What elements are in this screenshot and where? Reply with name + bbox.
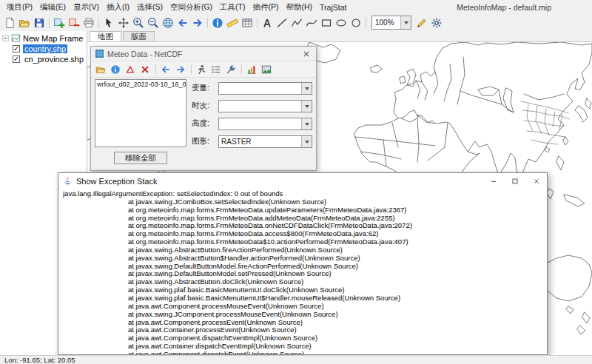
ellipse-icon[interactable] [334, 16, 349, 30]
edit-pencil-icon[interactable] [414, 16, 429, 30]
info-icon[interactable] [109, 63, 122, 76]
status-bar: Lon: -91.65; Lat: 20.05 [0, 355, 592, 364]
image-icon[interactable] [260, 63, 273, 76]
coordinate-readout: Lon: -91.65; Lat: 20.05 [4, 356, 75, 364]
curve-icon[interactable] [304, 16, 319, 30]
forward-icon[interactable] [174, 63, 187, 76]
measure-icon[interactable] [225, 16, 240, 30]
delete-icon[interactable] [138, 63, 152, 76]
zoom-in-icon[interactable] [131, 16, 146, 30]
chevron-down-icon [301, 136, 312, 147]
meteo-dialog-titlebar[interactable]: Meteo Data - NetCDF [91, 47, 316, 61]
menu-trajstat[interactable]: TrajStat [316, 0, 350, 14]
data-file-item[interactable]: wrfout_d02_2022-03-10_16_00_00 [95, 80, 186, 89]
toolbar-separator [189, 63, 193, 76]
menu-selection[interactable]: 选择(S) [133, 0, 166, 14]
zoom-level-combo[interactable]: 100% [371, 16, 411, 30]
exception-dialog-titlebar[interactable]: Show Exception Stack [58, 173, 547, 189]
stack-trace-line: at java.awt.Component.dispatchEvent(Unkn… [63, 351, 542, 354]
maximize-icon[interactable] [504, 173, 525, 189]
close-icon[interactable] [525, 173, 547, 189]
identify-icon[interactable] [210, 16, 225, 30]
full-extent-icon[interactable] [161, 16, 175, 30]
menu-insert[interactable]: 插入(I) [103, 0, 133, 14]
settings-icon[interactable] [429, 16, 444, 30]
menu-view[interactable]: 显示(V) [70, 0, 103, 14]
parameter-row: 变量: [192, 81, 312, 95]
stack-trace-list: java.lang.IllegalArgumentException: setS… [63, 190, 542, 354]
attribute-table-icon[interactable] [240, 16, 255, 30]
parameter-label: 变量: [192, 83, 218, 93]
save-icon[interactable] [32, 16, 47, 30]
stack-trace-panel[interactable]: java.lang.IllegalArgumentException: setS… [58, 189, 547, 354]
toolbar-separator [363, 16, 369, 30]
list-icon[interactable] [209, 63, 223, 76]
remove-layer-icon[interactable] [67, 16, 81, 30]
map-frame-label: New Map Frame [23, 34, 83, 43]
new-icon[interactable] [2, 16, 17, 30]
chart-icon[interactable] [245, 63, 258, 76]
layer-item-cn-province[interactable]: cn_province.shp [0, 54, 87, 64]
view-tabs: 地图 版面 [87, 31, 592, 41]
circle-icon[interactable] [349, 16, 363, 30]
line-icon[interactable] [275, 16, 289, 30]
open-icon[interactable] [17, 16, 32, 30]
toolbar-group-left [2, 16, 369, 30]
tab-map[interactable]: 地图 [90, 31, 121, 41]
prev-view-icon[interactable] [175, 16, 190, 30]
remove-all-button[interactable]: 移除全部 [114, 152, 167, 164]
zoom-level-value: 100% [372, 18, 400, 27]
menu-geoprocessing[interactable]: 空间分析(G) [166, 0, 216, 14]
menu-edit[interactable]: 编辑(E) [36, 0, 70, 14]
toolbar-separator [96, 16, 101, 30]
netcdf-icon [95, 49, 104, 58]
toolbar-group-right [414, 16, 444, 30]
window-title: MeteoInfoMap - default.mip [457, 0, 551, 14]
draw-icon[interactable] [124, 63, 137, 76]
rect-icon[interactable] [319, 16, 334, 30]
tools-icon[interactable] [224, 63, 238, 76]
label-icon[interactable] [260, 16, 275, 30]
menu-items: 项目(P) 编辑(E) 显示(V) 插入(I) 选择(S) 空间分析(G) 工具… [3, 0, 350, 14]
tab-layout[interactable]: 版面 [123, 31, 155, 41]
menu-help[interactable]: 帮助(H) [283, 0, 317, 14]
toolbar-separator [255, 16, 260, 30]
close-icon[interactable] [300, 48, 312, 60]
meteo-data-dialog: Meteo Data - NetCDF wrfout_d02_2022-03-1… [90, 46, 317, 171]
open-folder-icon[interactable] [94, 63, 107, 76]
minimize-icon[interactable] [482, 173, 504, 189]
layer-visibility-checkbox[interactable] [13, 55, 20, 63]
print-icon[interactable] [81, 16, 96, 30]
time-combo[interactable] [218, 100, 312, 112]
layer-label: cn_province.shp [23, 55, 85, 64]
next-view-icon[interactable] [190, 16, 205, 30]
layer-list: country.shp cn_province.shp [0, 44, 87, 64]
menu-project[interactable]: 项目(P) [3, 0, 36, 14]
parameter-label: 时次: [192, 101, 218, 111]
back-icon[interactable] [159, 63, 172, 76]
menu-tools[interactable]: 工具(T) [216, 0, 249, 14]
map-frame-node[interactable]: New Map Frame [0, 31, 87, 44]
meteoinfomap-window: 项目(P) 编辑(E) 显示(V) 插入(I) 选择(S) 空间分析(G) 工具… [0, 0, 592, 364]
collapse-icon[interactable] [2, 35, 9, 41]
zoom-out-icon[interactable] [146, 16, 161, 30]
level-combo[interactable] [218, 118, 312, 130]
run-icon[interactable] [195, 63, 208, 76]
layer-visibility-checkbox[interactable] [13, 45, 20, 53]
exception-dialog: Show Exception Stack java.lang.IllegalAr… [58, 172, 548, 355]
parameter-row: 高度: [192, 117, 312, 130]
graphic-combo[interactable]: RASTER [218, 135, 312, 148]
parameter-label: 高度: [192, 118, 218, 129]
exception-dialog-title: Show Exception Stack [76, 177, 157, 186]
view-tab-strip: 地图 版面 [87, 31, 592, 42]
polyline-icon[interactable] [289, 16, 304, 30]
menu-plugins[interactable]: 插件(P) [249, 0, 283, 14]
meteo-dialog-body: wrfout_d02_2022-03-10_16_00_00 移除全部 变量: … [91, 77, 316, 170]
map-frame-icon [11, 33, 21, 43]
variable-combo[interactable] [218, 82, 312, 95]
layer-item-country[interactable]: country.shp [0, 44, 87, 54]
pan-icon[interactable] [116, 16, 131, 30]
select-icon[interactable] [101, 16, 116, 30]
add-layer-icon[interactable] [52, 16, 67, 30]
data-file-list[interactable]: wrfout_d02_2022-03-10_16_00_00 [95, 79, 186, 147]
